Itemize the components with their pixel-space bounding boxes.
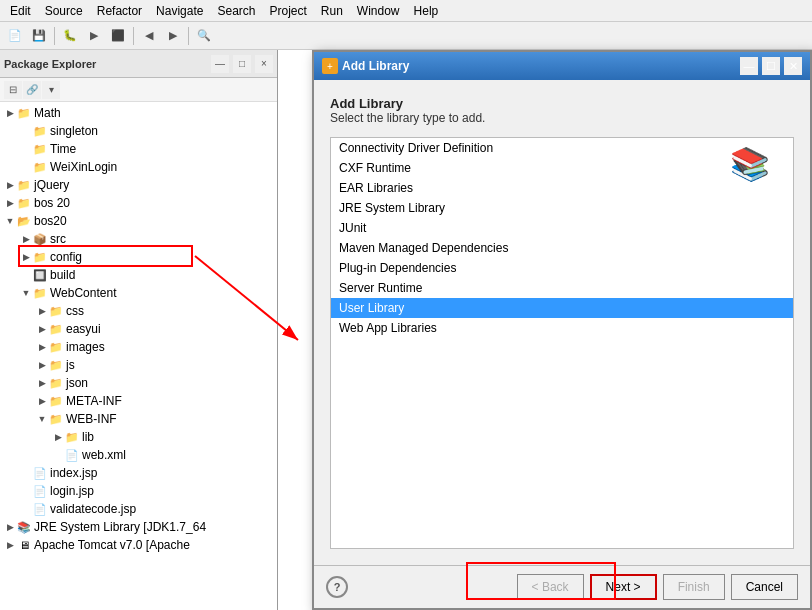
menu-project[interactable]: Project [263, 2, 312, 20]
menu-run[interactable]: Run [315, 2, 349, 20]
menu-refactor[interactable]: Refactor [91, 2, 148, 20]
cancel-button[interactable]: Cancel [731, 574, 798, 600]
menu-edit[interactable]: Edit [4, 2, 37, 20]
list-item-webapp[interactable]: Web App Libraries [331, 318, 793, 338]
toolbar-search[interactable]: 🔍 [193, 25, 215, 47]
toolbar-run[interactable]: ▶ [83, 25, 105, 47]
dialog-overlay: + Add Library — ☐ ✕ Add Library Select t… [0, 50, 812, 610]
dialog-minimize-btn[interactable]: — [740, 57, 758, 75]
dialog-maximize-btn[interactable]: ☐ [762, 57, 780, 75]
dialog-title-text: Add Library [342, 59, 736, 73]
dialog-subtext: Select the library type to add. [330, 111, 794, 125]
menu-search[interactable]: Search [211, 2, 261, 20]
dialog-footer: ? < Back Next > Finish Cancel [314, 565, 810, 608]
menu-help[interactable]: Help [408, 2, 445, 20]
toolbar-separator-2 [133, 27, 134, 45]
toolbar: 📄 💾 🐛 ▶ ⬛ ◀ ▶ 🔍 [0, 22, 812, 50]
next-button[interactable]: Next > [590, 574, 657, 600]
list-item-jre-sys[interactable]: JRE System Library [331, 198, 793, 218]
list-item-server[interactable]: Server Runtime [331, 278, 793, 298]
library-list[interactable]: Connectivity Driver Definition CXF Runti… [330, 137, 794, 549]
dialog-title-icon: + [322, 58, 338, 74]
toolbar-separator-3 [188, 27, 189, 45]
books-icon: 📚 [726, 140, 774, 188]
list-item-connectivity[interactable]: Connectivity Driver Definition [331, 138, 793, 158]
main-area: Package Explorer — □ × ⊟ 🔗 ▾ ▶ 📁 Math ▶ … [0, 50, 812, 610]
toolbar-debug[interactable]: 🐛 [59, 25, 81, 47]
finish-button[interactable]: Finish [663, 574, 725, 600]
list-item-user-library[interactable]: User Library [331, 298, 793, 318]
dialog-titlebar: + Add Library — ☐ ✕ [314, 52, 810, 80]
help-button[interactable]: ? [326, 576, 348, 598]
list-item-plugin[interactable]: Plug-in Dependencies [331, 258, 793, 278]
dialog-close-btn[interactable]: ✕ [784, 57, 802, 75]
menu-navigate[interactable]: Navigate [150, 2, 209, 20]
toolbar-new[interactable]: 📄 [4, 25, 26, 47]
toolbar-forward[interactable]: ▶ [162, 25, 184, 47]
menu-source[interactable]: Source [39, 2, 89, 20]
menu-window[interactable]: Window [351, 2, 406, 20]
dialog-heading: Add Library [330, 96, 794, 111]
menubar: Edit Source Refactor Navigate Search Pro… [0, 0, 812, 22]
list-item-junit[interactable]: JUnit [331, 218, 793, 238]
toolbar-save[interactable]: 💾 [28, 25, 50, 47]
add-library-dialog: + Add Library — ☐ ✕ Add Library Select t… [312, 50, 812, 610]
toolbar-back[interactable]: ◀ [138, 25, 160, 47]
list-item-ear[interactable]: EAR Libraries [331, 178, 793, 198]
dialog-body: Add Library Select the library type to a… [314, 80, 810, 565]
back-button[interactable]: < Back [517, 574, 584, 600]
list-item-maven[interactable]: Maven Managed Dependencies [331, 238, 793, 258]
toolbar-separator-1 [54, 27, 55, 45]
list-item-cxf[interactable]: CXF Runtime [331, 158, 793, 178]
toolbar-stop[interactable]: ⬛ [107, 25, 129, 47]
dialog-icon-area: 📚 [726, 140, 774, 188]
